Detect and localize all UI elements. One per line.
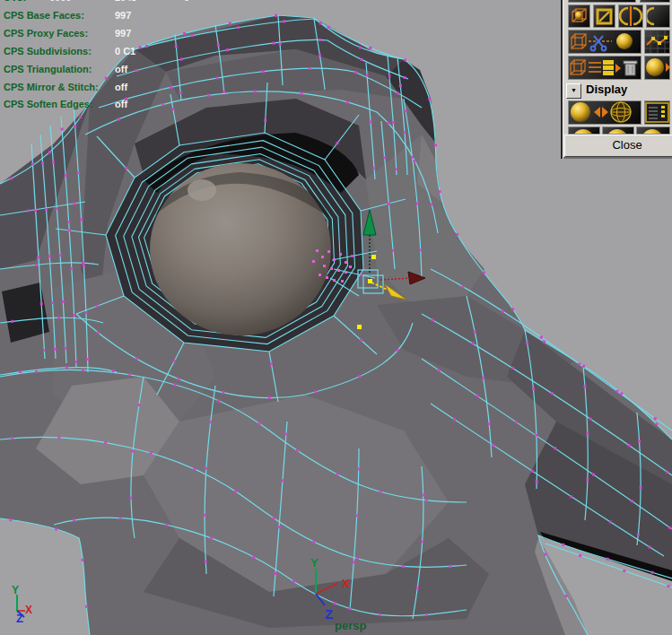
options-panel-button[interactable]	[644, 100, 670, 125]
gizmo-x-label: X	[25, 604, 32, 616]
sphere-arrow-button[interactable]	[644, 56, 670, 80]
sphere-button[interactable]	[602, 126, 634, 135]
edge-graph-button[interactable]	[644, 30, 670, 54]
wire-cube-icon	[569, 5, 589, 27]
axis-y-label: Y	[310, 556, 319, 570]
collapse-to-trash-button[interactable]	[568, 56, 641, 80]
selected-vertex[interactable]	[368, 279, 372, 283]
clipped-tile[interactable]	[640, 0, 670, 3]
toggle-display-button[interactable]	[568, 100, 641, 125]
square-diagonal-button[interactable]	[593, 4, 615, 28]
close-button[interactable]: Close	[564, 135, 672, 157]
clipped-icon	[647, 5, 670, 27]
trash-can-glyph	[624, 61, 637, 75]
sphere-arrow-icon	[645, 57, 669, 79]
options-panel-icon	[645, 101, 669, 124]
edge-graph-icon	[645, 30, 669, 53]
scissors-glyph	[591, 36, 607, 50]
axis-x-label: X	[342, 577, 350, 590]
collapse-to-trash-icon	[569, 57, 641, 79]
gizmo-z-label: Z	[16, 612, 23, 625]
split-circle-button[interactable]	[618, 4, 643, 28]
sphere-button[interactable]	[568, 126, 600, 135]
eyeball-highlight	[188, 179, 216, 201]
display-section-header: ▼ Display	[564, 83, 670, 99]
square-diagonal-icon	[594, 5, 615, 27]
display-section-label: Display	[586, 83, 627, 96]
cut-mesh-button[interactable]	[568, 30, 641, 54]
selected-vertex-2[interactable]	[371, 255, 376, 259]
camera-name-label: persp	[335, 619, 366, 632]
display-dropdown-button[interactable]: ▼	[566, 83, 581, 99]
split-circle-icon	[619, 5, 642, 27]
clipped-tile[interactable]	[568, 0, 636, 3]
cps-tool-palette: ▼ Display Close	[561, 0, 672, 159]
maya-viewport-window: Y X Z Y X Z persp UVs: 6000 2048 0 CPS B…	[0, 0, 672, 635]
cut-mesh-icon	[569, 30, 641, 53]
toggle-display-icon	[569, 101, 641, 124]
clipped-button[interactable]	[646, 4, 670, 28]
gizmo-y-label: Y	[12, 584, 19, 596]
sphere-button[interactable]	[636, 126, 670, 135]
axis-z-label: Z	[325, 606, 333, 622]
selected-vertex-3[interactable]	[357, 325, 362, 329]
wire-cube-button[interactable]	[568, 4, 590, 28]
